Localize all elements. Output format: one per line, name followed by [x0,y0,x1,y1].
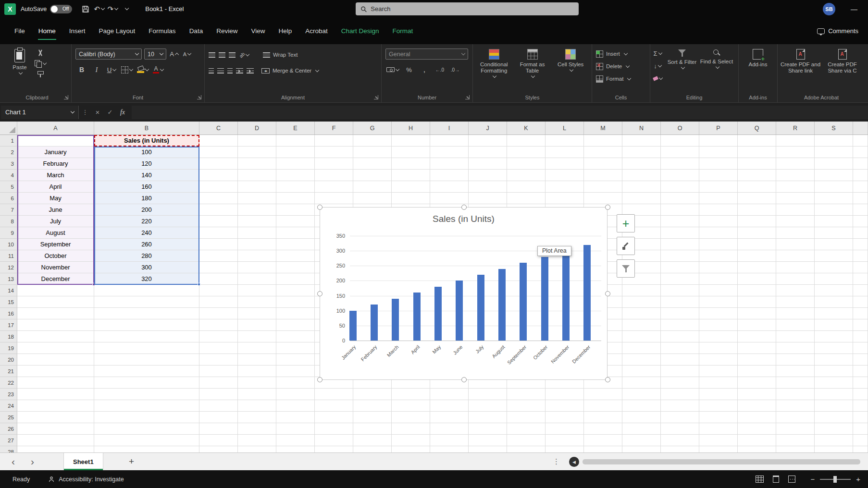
cell-J27[interactable] [469,435,507,446]
row-header-7[interactable]: 7 [0,204,17,216]
cell-E17[interactable] [276,319,315,331]
col-header-D[interactable]: D [238,122,276,134]
col-header-O[interactable]: O [661,122,699,134]
cell-R19[interactable] [776,342,815,354]
chart-resize-handle[interactable] [461,205,467,210]
col-header-M[interactable]: M [584,122,622,134]
cell-F26[interactable] [315,423,353,435]
cell-N24[interactable] [622,400,661,412]
row-header-23[interactable]: 23 [0,389,17,400]
cell-E24[interactable] [276,400,315,412]
cell-L23[interactable] [546,389,584,400]
cell-D8[interactable] [238,216,276,227]
cell-P10[interactable] [699,239,738,250]
row-header-12[interactable]: 12 [0,262,17,273]
cell-A9[interactable]: August [17,227,94,239]
cell-P25[interactable] [699,412,738,423]
cell-C24[interactable] [199,400,238,412]
cell-I4[interactable] [430,170,469,181]
row-header-3[interactable]: 3 [0,158,17,170]
col-header-H[interactable]: H [392,122,430,134]
cell-C7[interactable] [199,204,238,216]
cell-I6[interactable] [430,193,469,204]
cell-R10[interactable] [776,239,815,250]
chart-resize-handle[interactable] [461,377,467,382]
align-bottom-button[interactable] [229,52,236,58]
cell-E4[interactable] [276,170,315,181]
cell-D9[interactable] [238,227,276,239]
cell-A20[interactable] [17,354,94,366]
chart-bar-february[interactable] [371,305,378,341]
cell-S28[interactable] [815,446,853,452]
decrease-decimal-button[interactable]: .0→ [450,64,460,75]
cell-S20[interactable] [815,354,853,366]
cell-D22[interactable] [238,377,276,389]
cell-partial14[interactable] [853,285,868,296]
cell-S3[interactable] [815,158,853,170]
cell-partial6[interactable] [853,193,868,204]
cell-Q9[interactable] [738,227,776,239]
chart-bar-september[interactable] [520,263,527,341]
chart-bar-april[interactable] [413,293,421,341]
cell-G3[interactable] [353,158,392,170]
cell-Q4[interactable] [738,170,776,181]
row-header-10[interactable]: 10 [0,239,17,250]
cell-E26[interactable] [276,423,315,435]
cell-G1[interactable] [353,135,392,146]
cell-R22[interactable] [776,377,815,389]
ribbon-tab-insert[interactable]: Insert [62,18,92,44]
col-header-F[interactable]: F [315,122,353,134]
cell-B28[interactable] [94,446,199,452]
cell-P11[interactable] [699,250,738,262]
search-input[interactable] [371,5,574,12]
cell-H4[interactable] [392,170,430,181]
cell-C11[interactable] [199,250,238,262]
chart-resize-handle[interactable] [317,377,322,382]
cell-B13[interactable]: 320 [94,273,199,285]
cell-E20[interactable] [276,354,315,366]
cell-D26[interactable] [238,423,276,435]
cell-F4[interactable] [315,170,353,181]
col-header-Q[interactable]: Q [738,122,776,134]
cell-D21[interactable] [238,366,276,377]
chart-resize-handle[interactable] [605,377,610,382]
increase-font-size-button[interactable]: A [169,49,179,60]
cell-L28[interactable] [546,446,584,452]
cell-F5[interactable] [315,181,353,193]
cell-E5[interactable] [276,181,315,193]
cell-P6[interactable] [699,193,738,204]
cell-D20[interactable] [238,354,276,366]
cell-S13[interactable] [815,273,853,285]
page-layout-view-button[interactable] [773,476,779,483]
cell-M25[interactable] [584,412,622,423]
cell-A13[interactable]: December [17,273,94,285]
cell-P18[interactable] [699,331,738,342]
cell-B22[interactable] [94,377,199,389]
cell-R11[interactable] [776,250,815,262]
cell-E23[interactable] [276,389,315,400]
cell-H3[interactable] [392,158,430,170]
row-header-19[interactable]: 19 [0,342,17,354]
cell-F23[interactable] [315,389,353,400]
conditional-formatting-button[interactable]: Conditional Formatting [475,48,513,91]
cell-O26[interactable] [661,423,699,435]
row-header-13[interactable]: 13 [0,273,17,285]
find-select-button[interactable]: Find & Select [699,48,734,93]
cell-R7[interactable] [776,204,815,216]
cell-J28[interactable] [469,446,507,452]
row-header-15[interactable]: 15 [0,296,17,308]
col-header-G[interactable]: G [353,122,392,134]
cell-O10[interactable] [661,239,699,250]
cell-S19[interactable] [815,342,853,354]
cell-partial9[interactable] [853,227,868,239]
cell-F3[interactable] [315,158,353,170]
col-header-I[interactable]: I [430,122,469,134]
row-header-21[interactable]: 21 [0,366,17,377]
chart-bar-december[interactable] [583,245,591,341]
cell-J25[interactable] [469,412,507,423]
cell-N25[interactable] [622,412,661,423]
cell-P4[interactable] [699,170,738,181]
cell-D19[interactable] [238,342,276,354]
cell-E1[interactable] [276,135,315,146]
page-break-view-button[interactable] [788,476,795,483]
